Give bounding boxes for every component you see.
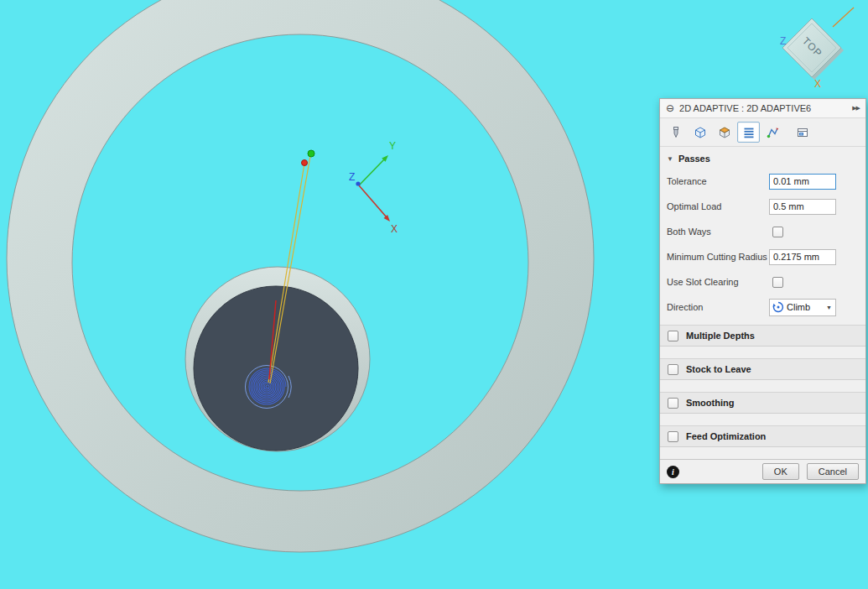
section-expanded-icon: ▼: [667, 155, 673, 163]
tolerance-label: Tolerance: [667, 176, 769, 186]
stock-to-leave-checkbox[interactable]: [668, 364, 678, 375]
tolerance-input[interactable]: [769, 174, 836, 190]
viewcube-z-label: Z: [780, 35, 786, 47]
viewcube-x-label: X: [814, 78, 821, 90]
field-row-both-ways: Both Ways: [660, 219, 865, 244]
collapse-icon[interactable]: ⊖: [666, 103, 674, 113]
use-slot-clearing-label: Use Slot Clearing: [667, 277, 769, 287]
field-row-direction: Direction Climb ▼: [660, 294, 865, 320]
optimal-load-label: Optimal Load: [667, 201, 769, 211]
dialog-title: 2D ADAPTIVE : 2D ADAPTIVE6: [679, 103, 852, 113]
tab-tool[interactable]: [664, 122, 687, 143]
section-feed-optimization[interactable]: Feed Optimization: [660, 425, 865, 447]
climb-direction-icon: [772, 301, 784, 313]
heights-cube-icon: [718, 126, 731, 139]
passes-icon: [742, 126, 756, 139]
feed-optimization-checkbox[interactable]: [668, 431, 678, 442]
section-smoothing[interactable]: Smoothing: [660, 392, 865, 414]
stock-to-leave-label: Stock to Leave: [686, 364, 751, 374]
feed-optimization-label: Feed Optimization: [686, 431, 766, 441]
dialog-footer: i OK Cancel: [660, 459, 865, 483]
field-row-minimum-cutting-radius: Minimum Cutting Radius: [660, 244, 865, 269]
tab-linking[interactable]: [761, 122, 784, 143]
section-stock-to-leave[interactable]: Stock to Leave: [660, 358, 865, 380]
triad-x-label: X: [391, 223, 398, 235]
section-multiple-depths[interactable]: Multiple Depths: [660, 325, 865, 347]
triad-y-label: Y: [389, 140, 396, 152]
minimum-cutting-radius-input[interactable]: [769, 249, 836, 265]
view-cube[interactable]: TOP Z X: [780, 8, 854, 90]
tool-icon: [669, 126, 683, 139]
multiple-depths-checkbox[interactable]: [668, 331, 678, 341]
passes-section-title: Passes: [678, 154, 710, 164]
dialog-header[interactable]: ⊖ 2D ADAPTIVE : 2D ADAPTIVE6 ▶▶: [660, 99, 865, 118]
both-ways-checkbox[interactable]: [772, 227, 783, 237]
tab-geometry[interactable]: [689, 122, 711, 143]
triad-z-label: Z: [349, 171, 355, 183]
cancel-button[interactable]: Cancel: [807, 463, 859, 480]
direction-dropdown[interactable]: Climb ▼: [769, 299, 836, 316]
optimal-load-input[interactable]: [769, 199, 836, 215]
direction-value: Climb: [784, 302, 826, 312]
use-slot-clearing-checkbox[interactable]: [772, 277, 783, 288]
tab-passes[interactable]: [737, 122, 760, 143]
fast-forward-icon[interactable]: ▶▶: [852, 105, 860, 112]
chevron-down-icon: ▼: [826, 305, 833, 310]
geometry-cube-icon: [694, 126, 707, 139]
z-axis-dot: [356, 181, 360, 185]
collapsed-sections: Multiple Depths Stock to Leave Smoothing…: [660, 325, 865, 447]
field-row-tolerance: Tolerance: [660, 169, 865, 194]
passes-section-header[interactable]: ▼ Passes: [660, 147, 865, 169]
adaptive-operation-dialog: ⊖ 2D ADAPTIVE : 2D ADAPTIVE6 ▶▶: [659, 98, 866, 484]
entry-point: [302, 160, 308, 166]
smoothing-checkbox[interactable]: [668, 398, 678, 409]
direction-label: Direction: [667, 302, 769, 312]
both-ways-label: Both Ways: [667, 227, 769, 237]
origin-triad: Y X Z: [349, 140, 398, 235]
pocket-floor[interactable]: [194, 286, 358, 451]
options-icon: [796, 126, 809, 139]
linking-icon: [767, 126, 780, 139]
tab-options[interactable]: [791, 122, 813, 143]
tab-heights[interactable]: [713, 122, 735, 143]
field-row-optimal-load: Optimal Load: [660, 194, 865, 219]
ok-button[interactable]: OK: [762, 463, 799, 480]
dialog-tab-bar: [660, 118, 865, 147]
info-icon[interactable]: i: [667, 466, 679, 478]
minimum-cutting-radius-label: Minimum Cutting Radius: [667, 252, 769, 262]
multiple-depths-label: Multiple Depths: [686, 331, 755, 341]
field-row-use-slot-clearing: Use Slot Clearing: [660, 269, 865, 294]
smoothing-label: Smoothing: [686, 398, 734, 408]
boss-cylinder[interactable]: [185, 267, 370, 451]
retract-point: [308, 150, 314, 157]
